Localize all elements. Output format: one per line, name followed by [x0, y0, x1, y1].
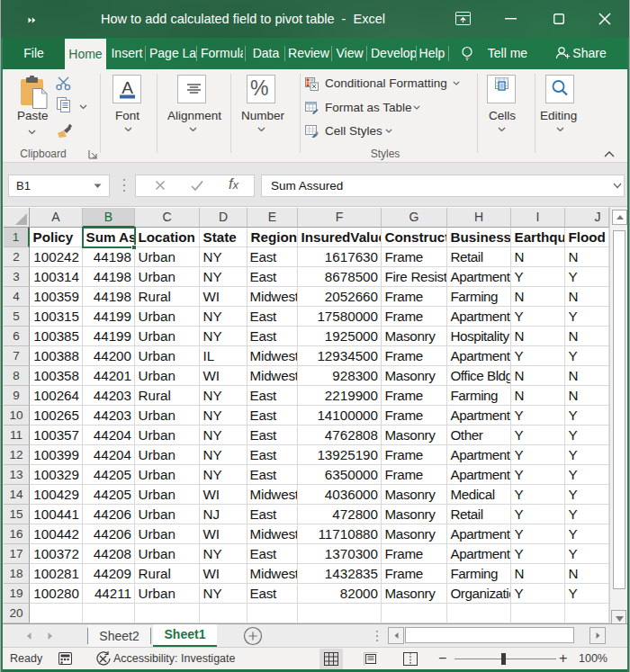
svg-text:A: A — [122, 79, 133, 97]
